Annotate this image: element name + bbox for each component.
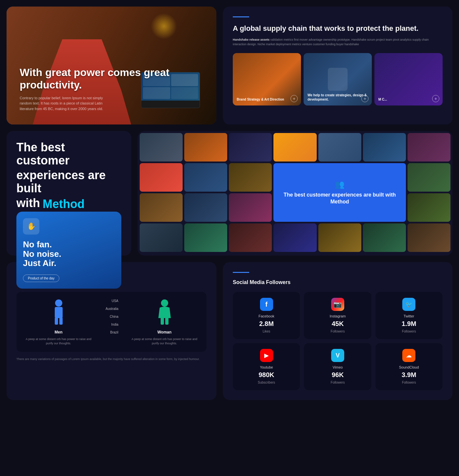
- power-description: Contrary to popular belief, lorem Ipsum …: [20, 95, 111, 112]
- mosaic-cell: [229, 193, 272, 222]
- mosaic-cell: [363, 133, 406, 162]
- mosaic-cell: [408, 163, 450, 192]
- demo-bar-usa: USA: [99, 298, 118, 303]
- twitter-count: 1.9M: [402, 320, 416, 328]
- soundcloud-platform: SoundCloud: [399, 365, 419, 369]
- air-title: No fan.No noise.Just Air.: [23, 240, 61, 268]
- twitter-platform: Twitter: [404, 314, 414, 318]
- customer-highlight: Method: [43, 197, 85, 211]
- demo-bar-australia: Australia: [99, 306, 118, 311]
- supply-extra-label: M C...: [378, 97, 439, 102]
- mosaic-cell: [229, 223, 272, 252]
- youtube-platform: Youtube: [260, 365, 273, 369]
- mosaic-cell: [229, 133, 272, 162]
- svg-rect-1: [55, 307, 63, 318]
- mosaic-cell: [318, 133, 361, 162]
- youtube-icon: ▶: [260, 349, 273, 362]
- follower-card-facebook: f Facebook 2.8M Likes: [233, 292, 300, 339]
- followers-title: Social Media Followers: [233, 279, 443, 285]
- svg-rect-3: [59, 317, 63, 325]
- facebook-platform: Facebook: [259, 314, 274, 318]
- customer-line2: experiences are built: [16, 169, 121, 195]
- men-icon: [50, 298, 67, 327]
- men-desc: A peep at some distant orb has power to …: [23, 337, 94, 345]
- youtube-type: Subscribers: [258, 381, 275, 384]
- follower-card-instagram: 📷 Instagram 45K Followers: [304, 292, 371, 339]
- vimeo-icon: V: [331, 349, 344, 362]
- mosaic-overlay-text: The best customer experiences are built …: [279, 192, 400, 205]
- supply-brand-label: Brand Strategy & Art Direction: [237, 97, 297, 102]
- instagram-count: 45K: [332, 320, 344, 328]
- mosaic-cell: [318, 223, 361, 252]
- mosaic-cell: [140, 223, 183, 252]
- mosaic-cell: [184, 133, 227, 162]
- card-supply: A global supply chain that works to prot…: [223, 7, 452, 124]
- followers-accent-bar: [233, 272, 249, 273]
- supply-title: A global supply chain that works to prot…: [233, 24, 443, 33]
- card-customer: The best customer experiences are built …: [7, 131, 131, 256]
- woman-icon: [156, 298, 173, 327]
- mosaic-cell: [184, 223, 227, 252]
- customer-line1: The best customer: [16, 141, 121, 167]
- soundcloud-icon: ☁: [402, 349, 415, 362]
- vimeo-type: Followers: [331, 381, 345, 384]
- card-followers: Social Media Followers f Facebook 2.8M L…: [223, 262, 452, 400]
- svg-rect-2: [55, 317, 58, 325]
- mosaic-cell: [408, 223, 450, 252]
- mosaic-overlay-card: 👥 The best customer experiences are buil…: [273, 163, 406, 222]
- mosaic-overlay-icon: 👥: [279, 180, 400, 189]
- demo-bar-india: India: [99, 322, 118, 327]
- woman-label: Woman: [157, 330, 171, 334]
- svg-rect-5: [161, 317, 164, 325]
- card-air: ✋ No fan.No noise.Just Air. Product of t…: [16, 212, 121, 289]
- supply-description: Handshake release assets validation metr…: [233, 37, 443, 47]
- air-icon: ✋: [23, 218, 39, 235]
- twitter-icon: 🐦: [402, 298, 415, 311]
- mosaic-cell: [273, 223, 316, 252]
- facebook-type: Likes: [263, 330, 270, 333]
- soundcloud-type: Followers: [402, 381, 416, 384]
- customer-line3: with: [16, 197, 40, 210]
- mosaic-cell: [363, 223, 406, 252]
- demographics-footnote: There are many variations of passages of…: [16, 357, 207, 362]
- instagram-platform: Instagram: [330, 314, 346, 318]
- twitter-type: Followers: [402, 330, 416, 333]
- instagram-icon: 📷: [331, 298, 344, 311]
- follower-card-vimeo: V Vimeo 96K Followers: [304, 343, 371, 390]
- supply-image-extra: M C... +: [374, 53, 443, 105]
- men-label: Men: [55, 330, 63, 334]
- demo-bar-china: China: [99, 314, 118, 319]
- mosaic-cell: [408, 193, 450, 222]
- power-title: With great power comes great productivit…: [20, 66, 203, 91]
- card-power: With great power comes great productivit…: [7, 7, 216, 124]
- mosaic-cell: [273, 133, 316, 162]
- woman-desc: A peep at some distant orb has power to …: [129, 337, 200, 345]
- mosaic-cell: [229, 163, 272, 192]
- follower-card-youtube: ▶ Youtube 980K Subscribers: [233, 343, 300, 390]
- follower-card-soundcloud: ☁ SoundCloud 3.9M Followers: [375, 343, 443, 390]
- mosaic-cell: [408, 133, 450, 162]
- supply-strategy-label: We help to create strategies, design & d…: [308, 93, 368, 102]
- follower-card-twitter: 🐦 Twitter 1.9M Followers: [375, 292, 443, 339]
- svg-point-4: [161, 299, 168, 307]
- demo-bar-brazil: Brazil: [99, 330, 118, 334]
- svg-point-0: [55, 299, 62, 307]
- instagram-type: Followers: [331, 330, 345, 333]
- vimeo-count: 96K: [332, 371, 344, 379]
- vimeo-platform: Vimeo: [333, 365, 343, 369]
- supply-image-brand: Brand Strategy & Art Direction +: [233, 53, 301, 105]
- mosaic-cell: [140, 133, 183, 162]
- facebook-count: 2.8M: [259, 320, 273, 328]
- mosaic-cell: [184, 193, 227, 222]
- card-mosaic: 👥 The best customer experiences are buil…: [138, 131, 452, 256]
- mosaic-cell: [184, 163, 227, 192]
- mosaic-cell: [140, 163, 183, 192]
- youtube-count: 980K: [259, 371, 274, 379]
- facebook-icon: f: [260, 298, 273, 311]
- supply-accent-bar: [233, 16, 249, 17]
- air-product-badge: Product of the day: [23, 275, 59, 282]
- svg-rect-6: [165, 317, 169, 325]
- mosaic-cell: [140, 193, 183, 222]
- supply-image-strategy: We help to create strategies, design & d…: [304, 53, 372, 105]
- soundcloud-count: 3.9M: [402, 371, 416, 379]
